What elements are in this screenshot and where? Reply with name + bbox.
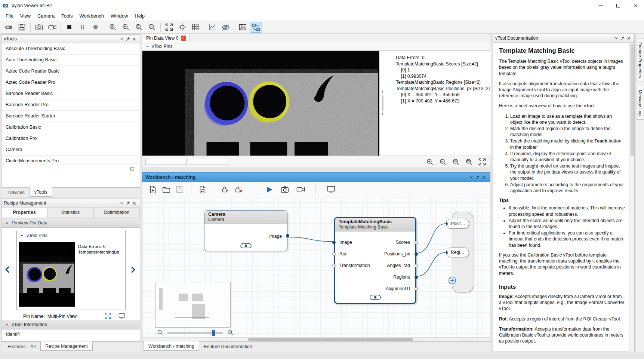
zoom-fit-icon[interactable] — [133, 22, 145, 33]
open-recipe-icon[interactable] — [160, 184, 173, 196]
tab-feature-properties[interactable]: Feature Properties — [637, 38, 644, 82]
tab-pin-data-view-0[interactable]: Pin Data View 0 — [143, 34, 189, 42]
chevron-down-icon[interactable] — [118, 36, 125, 42]
menu-tools[interactable]: Tools — [58, 12, 76, 20]
vtool-list-item[interactable]: Aztec Code Reader Basic — [1, 66, 140, 77]
update-recipe-icon[interactable] — [196, 184, 209, 196]
template-matching-node[interactable]: TemplateMatchingBasic Template Matching … — [334, 217, 416, 304]
workbench-titlebar[interactable]: Workbench - matching — [142, 172, 490, 182]
pin-icon[interactable] — [474, 174, 481, 181]
menu-workbench[interactable]: Workbench — [76, 12, 108, 20]
zoom-fit-icon[interactable] — [464, 157, 474, 167]
pin-preview-thumbnail[interactable] — [19, 242, 75, 307]
vtool-list-item[interactable]: Circle Measurements Pro — [1, 156, 140, 163]
canvas-minimap[interactable] — [155, 282, 231, 328]
preview-pin-data-header[interactable]: Preview Pin Data — [1, 218, 140, 228]
fit-window-icon[interactable] — [104, 312, 111, 319]
splitter[interactable] — [379, 51, 385, 156]
tab-optimization[interactable]: Optimization — [94, 208, 140, 218]
zoom-in-icon[interactable] — [227, 329, 234, 336]
workbench-canvas[interactable]: Camera Camera Image TemplateMatchingBasi… — [142, 197, 490, 341]
stop-icon[interactable] — [63, 22, 76, 33]
close-icon[interactable] — [481, 174, 487, 181]
regions-output-pin[interactable] — [415, 276, 418, 279]
collapse-left-icon[interactable] — [381, 90, 384, 95]
previous-pin-icon[interactable] — [4, 263, 12, 276]
menu-window[interactable]: Window — [107, 12, 131, 20]
window-close-button[interactable] — [627, 0, 644, 11]
documentation-scrollbar-thumb[interactable] — [631, 44, 634, 156]
vtool-list-item[interactable]: Absolute Thresholding Basic — [1, 43, 140, 55]
regions-output-node[interactable]: Regi… — [446, 248, 469, 257]
alignmenttf-output-pin[interactable] — [415, 287, 418, 291]
close-tab-icon[interactable] — [181, 36, 186, 41]
positions-output-pin[interactable] — [415, 252, 418, 256]
menu-file[interactable]: File — [2, 12, 17, 20]
hide-overlays-icon[interactable] — [219, 22, 232, 33]
chevron-down-icon[interactable] — [118, 200, 125, 206]
grid-icon[interactable] — [189, 22, 201, 33]
add-output-icon[interactable] — [448, 276, 457, 285]
fit-window-icon[interactable] — [163, 22, 175, 33]
tab-features-all[interactable]: Features – All — [3, 342, 40, 351]
menu-camera[interactable]: Camera — [34, 12, 58, 20]
line-profile-icon[interactable] — [206, 22, 219, 33]
continuous-shot-icon[interactable] — [46, 22, 58, 33]
zoom-slider-handle[interactable] — [212, 330, 215, 336]
positions-pill-pin[interactable] — [446, 222, 448, 225]
close-icon[interactable] — [131, 200, 138, 206]
collapse-right-icon[interactable] — [381, 112, 384, 116]
workbench-icon[interactable] — [250, 22, 262, 33]
unlock-recipe-icon[interactable] — [232, 184, 246, 196]
roi-input-pin[interactable] — [332, 252, 336, 256]
scores-output-pin[interactable] — [415, 241, 418, 244]
tab-vtools[interactable]: vTools — [30, 187, 52, 197]
tab-properties[interactable]: Properties — [1, 208, 47, 218]
device-icon[interactable] — [3, 22, 15, 33]
next-pin-icon[interactable] — [129, 263, 137, 276]
vtool-pins-box-header[interactable]: vTool Pins — [17, 231, 125, 240]
zoom-in-icon[interactable] — [425, 157, 435, 167]
tab-message-log[interactable]: Message Log — [637, 86, 644, 120]
documentation-scrollbar[interactable] — [629, 43, 634, 352]
menu-help[interactable]: Help — [131, 12, 148, 20]
camera-image-output-pin[interactable] — [286, 234, 289, 237]
tab-devices[interactable]: Devices — [3, 188, 30, 197]
image-input-pin[interactable] — [332, 241, 336, 244]
tab-statistics[interactable]: Statistics — [47, 208, 93, 218]
regions-pill-pin[interactable] — [446, 251, 448, 254]
vtool-list-item[interactable]: Auto Thresholding Basic — [1, 55, 140, 66]
run-recipe-icon[interactable] — [262, 184, 276, 196]
chevron-down-icon[interactable] — [468, 174, 474, 181]
vtool-list-item[interactable]: Camera — [1, 144, 140, 156]
new-recipe-icon[interactable] — [146, 184, 160, 196]
window-minimize-button[interactable] — [592, 0, 610, 11]
crosshair-icon[interactable] — [176, 22, 188, 33]
refresh-icon[interactable] — [129, 166, 135, 172]
close-icon[interactable] — [131, 36, 138, 42]
zoom-out-icon[interactable] — [120, 22, 132, 33]
vtool-information-header[interactable]: vTool Information — [1, 320, 140, 329]
fit-window-icon[interactable] — [477, 157, 487, 167]
tab-recipe-management[interactable]: Recipe Management — [40, 341, 92, 351]
splitter-grip[interactable] — [382, 95, 383, 111]
vtool-list-item[interactable]: Calibration Basic — [1, 122, 140, 133]
single-shot-icon[interactable] — [278, 184, 292, 196]
zoom-out-icon[interactable] — [157, 329, 164, 336]
canvas-hscrollbar[interactable] — [142, 337, 490, 341]
window-maximize-button[interactable] — [610, 0, 627, 11]
save-recipe-icon[interactable] — [173, 184, 187, 196]
vtool-list-item[interactable]: Barcode Reader Pro — [1, 99, 140, 111]
minimap-viewport[interactable] — [175, 290, 209, 317]
close-icon[interactable] — [626, 35, 632, 42]
canvas-hscrollbar-thumb[interactable] — [248, 338, 413, 341]
vtool-list-item[interactable]: Aztec Code Reader Pro — [1, 77, 140, 88]
vtool-list-item[interactable]: Calibration Pro — [1, 133, 140, 144]
vtool-list-item[interactable]: Barcode Reader Basic — [1, 88, 140, 99]
image-viewer-icon[interactable] — [237, 22, 249, 33]
single-shot-icon[interactable] — [33, 22, 45, 33]
vtool-pins-section-header[interactable]: vTool Pins — [142, 42, 490, 50]
record-icon[interactable] — [89, 22, 102, 33]
lock-recipe-icon[interactable] — [219, 184, 232, 196]
zoom-100-icon[interactable] — [451, 157, 461, 167]
